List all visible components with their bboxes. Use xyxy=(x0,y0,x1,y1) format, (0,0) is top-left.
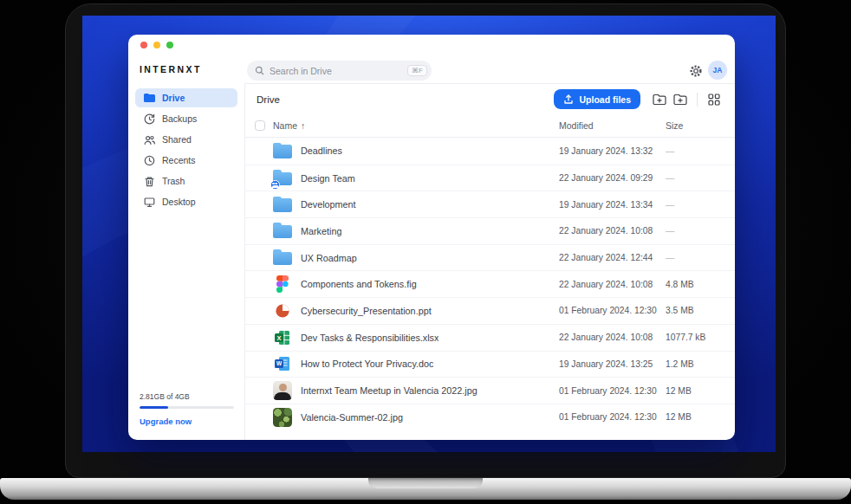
column-header-modified[interactable]: Modified xyxy=(559,120,666,131)
table-row[interactable]: Valencia-Summer-02.jpg 01 February 2024.… xyxy=(245,404,735,430)
close-window-icon[interactable] xyxy=(140,42,147,48)
shared-people-icon xyxy=(144,134,155,145)
file-size-cell: — xyxy=(666,173,726,183)
file-size-cell: 12 MB xyxy=(666,386,726,396)
background: INTERNXT ⌘F JA Drive xyxy=(0,0,851,504)
select-all-checkbox[interactable] xyxy=(255,120,265,131)
folder-icon xyxy=(273,195,292,214)
file-size-cell: — xyxy=(666,146,726,156)
laptop-base xyxy=(0,478,851,500)
file-size-cell: — xyxy=(666,200,726,210)
table-row[interactable]: Components and Tokens.fig 22 January 202… xyxy=(245,270,735,297)
folder-icon xyxy=(273,141,292,160)
table-row[interactable]: Deadlines 19 January 2024. 13:32 — xyxy=(245,138,735,165)
powerpoint-file-icon xyxy=(273,301,292,320)
image-thumbnail xyxy=(273,408,292,427)
svg-text:W: W xyxy=(276,361,283,367)
file-modified-cell: 22 January 2024. 10:08 xyxy=(559,333,666,342)
file-modified-cell: 22 January 2024. 09:29 xyxy=(559,173,666,183)
table-row[interactable]: Development 19 January 2024. 13:34 — xyxy=(245,191,735,217)
word-file-icon: W xyxy=(273,354,292,373)
grid-view-button[interactable] xyxy=(704,89,724,110)
account-avatar[interactable]: JA xyxy=(708,61,727,80)
sidebar-item-backups[interactable]: Backups xyxy=(135,109,237,128)
file-modified-cell: 19 January 2024. 13:25 xyxy=(559,359,666,369)
table-row[interactable]: Internxt Team Meetup in Valencia 2022.jp… xyxy=(245,377,735,404)
toolbar-divider xyxy=(697,93,698,107)
file-name-cell: Internxt Team Meetup in Valencia 2022.jp… xyxy=(273,381,559,400)
folder-icon xyxy=(144,94,155,103)
search-icon xyxy=(255,66,264,75)
search-shortcut-badge: ⌘F xyxy=(407,65,427,76)
folder-icon xyxy=(273,249,292,268)
file-name-cell: Valencia-Summer-02.jpg xyxy=(273,408,559,427)
sidebar-item-recents[interactable]: Recents xyxy=(135,151,237,170)
file-size-cell: 3.5 MB xyxy=(666,306,726,315)
file-name-cell: Marketing xyxy=(273,222,559,241)
window-topbar: INTERNXT ⌘F JA xyxy=(128,35,735,83)
internxt-drive-window: INTERNXT ⌘F JA Drive xyxy=(128,35,735,440)
file-name-cell: Components and Tokens.fig xyxy=(273,275,559,294)
file-modified-cell: 22 January 2024. 12:44 xyxy=(559,253,666,262)
table-row[interactable]: UX Roadmap 22 January 2024. 12:44 — xyxy=(245,244,735,271)
excel-file-icon: X xyxy=(273,328,292,347)
file-size-cell: — xyxy=(666,253,726,262)
upload-folder-icon xyxy=(653,94,666,106)
recents-clock-icon xyxy=(144,155,155,166)
folder-icon xyxy=(273,222,292,241)
sort-ascending-icon: ↑ xyxy=(301,120,305,131)
svg-text:X: X xyxy=(276,333,281,341)
trash-icon xyxy=(144,176,155,187)
gear-icon xyxy=(689,64,703,78)
storage-progress-bar xyxy=(140,406,234,409)
table-row[interactable]: Design Team 22 January 2024. 09:29 — xyxy=(245,165,735,191)
new-folder-icon xyxy=(673,94,687,106)
file-name-cell: UX Roadmap xyxy=(273,249,559,268)
file-name-cell: Development xyxy=(273,195,559,214)
file-modified-cell: 01 February 2024. 12:30 xyxy=(559,306,666,315)
traffic-lights xyxy=(140,42,173,48)
figma-file-icon xyxy=(273,275,292,294)
file-name-cell: Deadlines xyxy=(273,141,559,160)
upgrade-link[interactable]: Upgrade now xyxy=(140,417,234,426)
file-size-cell: 1077.7 kB xyxy=(666,333,726,342)
search-input[interactable] xyxy=(270,66,407,76)
sidebar-item-shared[interactable]: Shared xyxy=(135,130,237,149)
file-modified-cell: 01 February 2024. 12:30 xyxy=(559,386,666,396)
minimize-window-icon[interactable] xyxy=(153,42,160,48)
file-modified-cell: 22 January 2024. 10:08 xyxy=(559,226,666,236)
file-modified-cell: 19 January 2024. 13:34 xyxy=(559,200,666,210)
settings-button[interactable] xyxy=(688,63,703,78)
file-modified-cell: 01 February 2024. 12:30 xyxy=(559,412,666,422)
table-row[interactable]: Cybersecurity_Presentation.ppt 01 Februa… xyxy=(245,297,735,324)
storage-usage-label: 2.81GB of 4GB xyxy=(140,392,234,401)
sidebar-item-drive[interactable]: Drive xyxy=(135,88,237,107)
table-row[interactable]: X Dev Tasks & Responsibilities.xlsx 22 J… xyxy=(245,324,735,351)
internxt-logo: INTERNXT xyxy=(140,64,202,74)
zoom-window-icon[interactable] xyxy=(166,42,173,48)
sidebar-item-desktop[interactable]: Desktop xyxy=(135,192,237,211)
file-name-cell: Cybersecurity_Presentation.ppt xyxy=(273,301,559,320)
search-bar[interactable]: ⌘F xyxy=(247,61,432,81)
column-header-size[interactable]: Size xyxy=(666,120,726,131)
file-size-cell: 12 MB xyxy=(666,412,726,422)
drive-header: Drive Upload files xyxy=(245,84,735,114)
upload-folder-button[interactable] xyxy=(649,89,670,110)
table-row[interactable]: W How to Protect Your Privacy.doc 19 Jan… xyxy=(245,351,735,378)
shared-folder-icon xyxy=(273,169,292,188)
sidebar-item-trash[interactable]: Trash xyxy=(135,171,237,191)
new-folder-button[interactable] xyxy=(670,89,691,110)
upload-arrow-icon xyxy=(563,94,574,105)
table-header: Name ↑ Modified Size xyxy=(245,114,735,137)
file-name-cell: W How to Protect Your Privacy.doc xyxy=(273,354,559,373)
upload-files-button[interactable]: Upload files xyxy=(554,89,640,109)
storage-progress-fill xyxy=(140,406,168,409)
table-row[interactable]: Marketing 22 January 2024. 10:08 — xyxy=(245,217,735,244)
main-panel: Drive Upload files xyxy=(245,83,735,440)
file-modified-cell: 19 January 2024. 13:32 xyxy=(559,146,666,156)
breadcrumb[interactable]: Drive xyxy=(257,94,280,105)
shared-badge-icon xyxy=(270,180,280,190)
storage-widget: 2.81GB of 4GB Upgrade now xyxy=(140,392,234,426)
column-header-name[interactable]: Name ↑ xyxy=(273,120,559,131)
file-name-cell: Design Team xyxy=(273,169,559,188)
